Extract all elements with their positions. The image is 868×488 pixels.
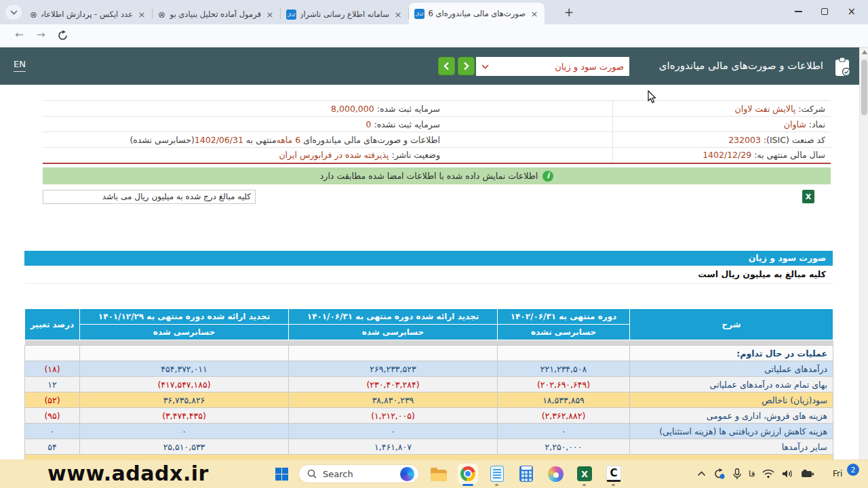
empty-cell	[289, 346, 498, 361]
value-cell: ۱۸,۵۳۳,۸۵۹	[498, 392, 630, 408]
info-value: پذیرفته شده در فرابورس ایران	[279, 150, 389, 160]
screen: ⊗عدد ایکس - پردازش اطلاعات و دا×⊗فرمول آ…	[0, 0, 868, 488]
mouse-cursor	[648, 90, 657, 104]
tab-close-icon[interactable]: ×	[137, 9, 146, 20]
minimize-icon[interactable]	[795, 11, 802, 12]
page-scrollbar[interactable]	[859, 47, 868, 460]
info-label: کد صنعت (ISIC):	[761, 135, 825, 145]
reload-button[interactable]	[57, 30, 68, 41]
maximize-icon[interactable]	[821, 8, 828, 15]
table-row: بهای تمام شده درآمدهای عملیاتی(۲۰۲,۶۹۰,۶…	[25, 377, 833, 392]
next-report-button[interactable]	[458, 57, 475, 75]
copilot-icon[interactable]	[400, 467, 414, 481]
excel-export-icon[interactable]: X	[802, 190, 814, 203]
wifi-icon[interactable]	[762, 469, 774, 479]
table-row: سود(زیان) ناخالص۱۸,۵۳۳,۸۵۹۳۸,۸۳۰,۲۳۹۳۶,۷…	[25, 392, 833, 408]
speaker-icon[interactable]	[782, 469, 793, 479]
empty-cell	[80, 346, 289, 361]
back-button[interactable]: ←	[15, 28, 24, 41]
tray-chevron-up-icon[interactable]	[697, 471, 706, 476]
new-tab-button[interactable]: +	[561, 5, 576, 19]
file-explorer-icon[interactable]	[429, 464, 449, 484]
prev-report-button[interactable]	[438, 57, 455, 75]
col-header-period-3: تجدید ارائه شده دوره منتهی به ۱۴۰۱/۱۲/۲۹	[80, 309, 289, 325]
taskbar-date[interactable]: Fri	[833, 469, 842, 479]
scrollbar-thumb[interactable]	[861, 60, 867, 115]
info-value: 232003	[728, 135, 761, 145]
system-tray: فا	[697, 464, 814, 484]
notice-text: اطلاعات نمایش داده شده با اطلاعات امضا ش…	[320, 171, 538, 181]
table-row: سایر درآمدها۲,۲۵۰,۰۰۰۱,۴۶۱,۸۰۷۲۵,۵۱۰,۵۳۳…	[25, 439, 833, 455]
watermark-text: www.adadx.ir	[47, 462, 209, 485]
signed-data-notice: i اطلاعات نمایش داده شده با اطلاعات امضا…	[43, 167, 831, 184]
clipboard-icon	[834, 57, 852, 77]
info-spacer-cell	[446, 148, 612, 163]
value-cell: ۵۴	[25, 439, 80, 455]
value-cell: (۵۲)	[25, 392, 80, 408]
value-cell: ۰	[498, 424, 630, 439]
chrome-icon[interactable]	[458, 464, 478, 484]
report-type-select[interactable]: صورت سود و زیان	[476, 57, 629, 76]
info-value: پالایش نفت لاوان	[735, 104, 796, 114]
notification-badge[interactable]: 2	[847, 464, 859, 476]
scroll-up-icon[interactable]	[862, 50, 867, 54]
tab-search-button[interactable]	[5, 5, 22, 20]
info-cell: شرکت: پالایش نفت لاوان	[612, 101, 831, 117]
info-value: 8,000,000	[331, 104, 374, 114]
value-cell: ۱۲	[25, 377, 80, 392]
value-cell: ۱,۴۶۱,۸۰۷	[289, 439, 498, 455]
c-app-icon[interactable]: C	[604, 464, 624, 484]
page-title: اطلاعات و صورت‌های مالی میاندوره‌ای	[659, 60, 823, 72]
browser-tab-4[interactable]: کدالصورت‌های مالی میاندوره‌ای 6 ماه×	[409, 3, 545, 24]
value-cell: ۰	[80, 424, 289, 439]
table-row: هزینه های فروش، اداری و عمومی(۲,۳۶۲,۸۸۲)…	[25, 408, 833, 424]
col-header-period-2: تجدید ارائه شده دوره منتهی به ۱۴۰۱/۰۶/۳۱	[289, 309, 498, 325]
tab-close-icon[interactable]: ×	[265, 9, 275, 20]
search-icon	[307, 469, 317, 479]
microphone-icon[interactable]	[733, 468, 741, 480]
report-select-value: صورت سود و زیان	[555, 62, 624, 72]
table-spacer-row	[25, 340, 833, 346]
calculator-icon[interactable]	[516, 464, 536, 484]
info-cell: کد صنعت (ISIC): 232003	[612, 132, 831, 148]
browser-tab-3[interactable]: کدالسامانه اطلاع رسانی ناشران کدال×	[281, 4, 408, 24]
row-label: درآمدهای عملیاتی	[630, 361, 833, 377]
info-value: 6 ماهه	[276, 135, 300, 145]
language-toggle-en[interactable]: EN	[14, 59, 26, 72]
tab-title: سامانه اطلاع رسانی ناشران کدال	[300, 9, 389, 19]
sync-icon[interactable]	[713, 468, 726, 480]
info-label: سال مالی منتهی به:	[751, 150, 825, 160]
row-label: هزینه های فروش، اداری و عمومی	[630, 408, 833, 424]
excel-app-icon[interactable]: X	[574, 464, 595, 484]
close-window-icon[interactable]: ×	[847, 7, 856, 17]
tab-close-icon[interactable]: ×	[530, 9, 539, 19]
taskbar-search[interactable]: Search	[298, 464, 419, 483]
info-label: شرکت:	[795, 104, 825, 114]
battery-icon[interactable]	[801, 469, 814, 479]
notepad-icon[interactable]	[487, 464, 507, 484]
unit-note-box: کلیه مبالغ درج شده به میلیون ریال می باش…	[43, 190, 256, 204]
search-label: Search	[323, 469, 394, 479]
info-spacer-cell	[446, 132, 612, 148]
empty-cell	[498, 346, 630, 361]
language-indicator[interactable]: فا	[749, 469, 755, 479]
value-cell: ۲۶۹,۲۳۳,۵۲۳	[289, 361, 498, 377]
statement-title-bar: صورت سود و زیان	[24, 251, 833, 266]
row-label: هزینه کاهش ارزش دریافتنی ها (هزینه استثن…	[630, 424, 833, 439]
forward-button[interactable]: →	[37, 28, 45, 41]
value-cell: (۹۵)	[25, 408, 80, 424]
company-info-row: شرکت: پالایش نفت لاوانسرمایه ثبت شده: 8,…	[43, 101, 831, 117]
paint-icon[interactable]	[545, 464, 566, 484]
info-value: 1402/06/31	[195, 135, 243, 145]
codal-favicon-icon: کدال	[286, 9, 296, 20]
info-spacer-cell	[446, 101, 612, 117]
empty-cell	[25, 346, 80, 361]
browser-tab-1[interactable]: ⊗عدد ایکس - پردازش اطلاعات و دا×	[24, 4, 152, 24]
start-button-icon[interactable]	[275, 468, 288, 481]
taskbar-apps: X C	[429, 464, 624, 484]
info-value: 1402/12/29	[703, 150, 751, 160]
browser-tab-2[interactable]: ⊗فرمول آماده تحلیل بنیادی بورس -×	[153, 4, 280, 24]
tab-close-icon[interactable]: ×	[393, 9, 403, 20]
tab-title: فرمول آماده تحلیل بنیادی بورس -	[170, 9, 261, 19]
value-cell: ۲۵,۵۱۰,۵۳۳	[80, 439, 289, 455]
